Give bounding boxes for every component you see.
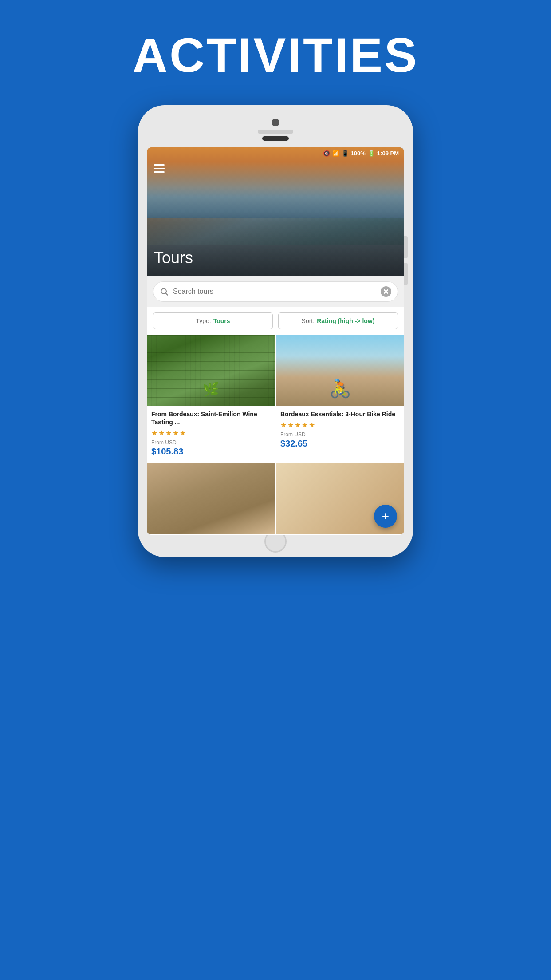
clear-search-button[interactable] — [381, 286, 391, 297]
search-icon — [160, 287, 169, 296]
svg-point-0 — [161, 288, 166, 294]
sort-filter-label: Sort: — [302, 317, 315, 324]
phone-frame: 🔇 📶 📱 100% 🔋 1:09 PM Tours — [138, 105, 413, 557]
tour-card-image-3 — [147, 463, 275, 534]
phone-screen-wrapper: 🔇 📶 📱 100% 🔋 1:09 PM Tours — [147, 147, 404, 535]
tour-card-price-from-1: From USD — [151, 439, 271, 446]
volume-down-button[interactable] — [404, 263, 408, 285]
hero-section: 🔇 📶 📱 100% 🔋 1:09 PM Tours — [147, 147, 404, 276]
type-filter-label: Type: — [196, 317, 211, 324]
fab-add-button[interactable]: + — [374, 505, 397, 528]
tour-card-price-1: $105.83 — [151, 447, 271, 457]
tour-card-stars-1: ★ ★ ★ ★ ★ — [151, 429, 271, 437]
clock: 1:09 PM — [377, 150, 399, 157]
tour-card-2[interactable]: Bordeaux Essentials: 3-Hour Bike Ride ★ … — [276, 335, 404, 462]
sort-filter-button[interactable]: Sort: Rating (high -> low) — [278, 312, 398, 329]
signal-icon: 📱 — [342, 150, 349, 157]
type-filter-value: Tours — [213, 317, 230, 324]
tour-card-title-1: From Bordeaux: Saint-Emilion Wine Tastin… — [151, 410, 271, 426]
page-title: ACTIVITIES — [132, 27, 418, 83]
tour-card-content-1: From Bordeaux: Saint-Emilion Wine Tastin… — [147, 406, 275, 462]
fab-plus-icon: + — [382, 510, 389, 522]
battery-level: 100% — [351, 150, 366, 157]
hero-title: Tours — [154, 249, 193, 267]
tour-card-1[interactable]: From Bordeaux: Saint-Emilion Wine Tastin… — [147, 335, 275, 462]
search-section — [147, 276, 404, 307]
battery-icon: 🔋 — [368, 150, 375, 157]
type-filter-button[interactable]: Type: Tours — [153, 312, 273, 329]
mute-icon: 🔇 — [323, 150, 330, 157]
search-input[interactable] — [173, 288, 376, 296]
search-bar — [153, 281, 398, 302]
phone-earpiece — [262, 136, 289, 141]
tours-grid: From Bordeaux: Saint-Emilion Wine Tastin… — [147, 335, 404, 535]
phone-screen: 🔇 📶 📱 100% 🔋 1:09 PM Tours — [147, 147, 404, 535]
tour-card-image-2 — [276, 335, 404, 406]
wifi-icon: 📶 — [332, 150, 339, 157]
phone-bottom — [147, 535, 404, 548]
svg-line-1 — [166, 293, 168, 296]
tour-card-price-from-2: From USD — [280, 431, 400, 438]
tour-card-content-2: Bordeaux Essentials: 3-Hour Bike Ride ★ … — [276, 406, 404, 454]
tour-card-3[interactable] — [147, 463, 275, 534]
volume-up-button[interactable] — [404, 236, 408, 258]
tour-card-stars-2: ★ ★ ★ ★ ★ — [280, 421, 400, 429]
filter-section: Type: Tours Sort: Rating (high -> low) — [147, 307, 404, 335]
phone-camera — [272, 119, 279, 126]
phone-speaker — [258, 130, 293, 134]
status-bar: 🔇 📶 📱 100% 🔋 1:09 PM — [147, 147, 404, 159]
tour-card-image-1 — [147, 335, 275, 406]
tour-card-title-2: Bordeaux Essentials: 3-Hour Bike Ride — [280, 410, 400, 418]
tour-card-price-2: $32.65 — [280, 439, 400, 449]
hamburger-menu-button[interactable] — [154, 164, 165, 173]
sort-filter-value: Rating (high -> low) — [317, 317, 374, 324]
